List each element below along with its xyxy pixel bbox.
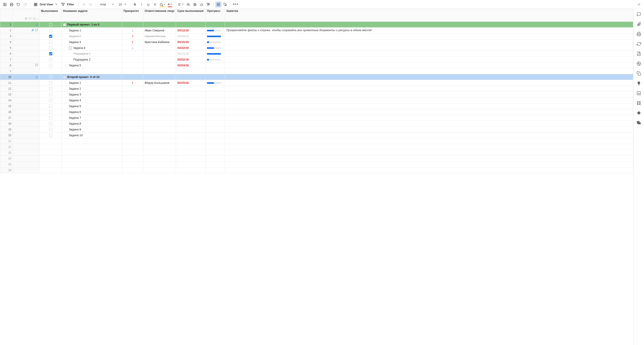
cell-priority[interactable] bbox=[122, 92, 143, 97]
row-number[interactable]: 1 bbox=[0, 22, 13, 27]
cell-progress[interactable] bbox=[206, 92, 225, 97]
row-indicators[interactable] bbox=[13, 109, 40, 115]
row-indicators[interactable] bbox=[13, 115, 40, 121]
row-number[interactable]: 18 bbox=[0, 121, 13, 127]
cell-responsible[interactable] bbox=[143, 121, 176, 127]
table-row[interactable]: 12Задача 2 bbox=[0, 86, 633, 92]
cell-notes[interactable] bbox=[225, 138, 633, 144]
row-indicators[interactable] bbox=[13, 62, 40, 68]
cell-priority[interactable] bbox=[122, 62, 143, 68]
cell-due[interactable] bbox=[176, 138, 206, 144]
cell-responsible[interactable] bbox=[143, 51, 176, 57]
table-row[interactable]: 19Задача 9 bbox=[0, 127, 633, 132]
cell-progress[interactable] bbox=[206, 121, 225, 127]
cell-name[interactable]: Задача 3 bbox=[62, 92, 122, 97]
checkbox[interactable] bbox=[49, 52, 52, 55]
cell-done[interactable] bbox=[40, 150, 62, 156]
cell-responsible[interactable] bbox=[143, 45, 176, 51]
cell-due[interactable] bbox=[176, 22, 206, 27]
cell-due[interactable] bbox=[176, 156, 206, 162]
cell-responsible[interactable] bbox=[143, 103, 176, 109]
cell-name[interactable] bbox=[62, 68, 122, 74]
checkbox[interactable] bbox=[49, 81, 52, 84]
cell-priority[interactable]: ! bbox=[122, 39, 143, 45]
cell-notes[interactable] bbox=[225, 167, 633, 173]
collapse-toggle[interactable]: − bbox=[63, 76, 66, 79]
table-row[interactable]: 26 bbox=[0, 167, 633, 173]
table-row[interactable]: 11Задача 1!Фёдор Большаков03/15/18 bbox=[0, 80, 633, 86]
cell-done[interactable] bbox=[40, 68, 62, 74]
row-number[interactable]: 7 bbox=[0, 57, 13, 62]
cell-priority[interactable] bbox=[122, 51, 143, 57]
row-indicators[interactable] bbox=[13, 97, 40, 103]
cell-responsible[interactable]: Иван Смирнов bbox=[143, 27, 176, 33]
cell-progress[interactable] bbox=[206, 68, 225, 74]
cell-priority[interactable]: ↓ bbox=[122, 45, 143, 51]
cell-progress[interactable] bbox=[206, 132, 225, 138]
table-row[interactable]: 5−Задача 4↓03/22/18 bbox=[0, 45, 633, 51]
header-due[interactable]: Срок выполнения bbox=[176, 9, 206, 22]
print-panel-icon[interactable] bbox=[636, 32, 641, 36]
cell-name[interactable]: Подзадача 1 bbox=[62, 51, 122, 57]
cell-responsible[interactable] bbox=[143, 144, 176, 150]
diamond-panel-icon[interactable] bbox=[636, 111, 641, 115]
cell-notes[interactable] bbox=[225, 33, 633, 39]
cell-notes[interactable] bbox=[225, 80, 633, 86]
chart-panel-icon[interactable] bbox=[636, 91, 641, 95]
cell-responsible[interactable] bbox=[143, 86, 176, 92]
table-row[interactable]: 18Задача 8 bbox=[0, 121, 633, 127]
cell-name[interactable]: Задача 2 bbox=[62, 86, 122, 92]
checkbox[interactable] bbox=[49, 64, 52, 67]
checkbox[interactable] bbox=[49, 110, 52, 114]
cell-due[interactable] bbox=[176, 162, 206, 167]
cell-progress[interactable] bbox=[206, 80, 225, 86]
cell-priority[interactable] bbox=[122, 127, 143, 132]
cell-name[interactable]: Задача 5 bbox=[62, 62, 122, 68]
cell-done[interactable] bbox=[40, 51, 62, 57]
cell-priority[interactable] bbox=[122, 115, 143, 121]
font-size-selector[interactable]: 10 bbox=[116, 1, 128, 7]
row-indicators[interactable] bbox=[13, 103, 40, 109]
row-indicators[interactable] bbox=[13, 57, 40, 62]
table-row[interactable]: 23 bbox=[0, 150, 633, 156]
clear-format-button[interactable] bbox=[198, 1, 205, 7]
cell-name[interactable]: Задача 4 bbox=[62, 97, 122, 103]
cell-responsible[interactable] bbox=[143, 57, 176, 62]
cell-responsible[interactable] bbox=[143, 62, 176, 68]
strikethrough-button[interactable]: S bbox=[152, 1, 158, 7]
header-notes[interactable]: Заметки bbox=[225, 9, 633, 22]
row-indicators[interactable] bbox=[13, 68, 40, 74]
outdent-button[interactable] bbox=[81, 1, 87, 7]
cell-priority[interactable] bbox=[122, 144, 143, 150]
format-painter-button[interactable] bbox=[205, 1, 212, 7]
table-row[interactable]: 20Задача 10 bbox=[0, 132, 633, 138]
table-row[interactable]: 15Задача 5 bbox=[0, 103, 633, 109]
table-row[interactable]: 7Подзадача 203/22/18 bbox=[0, 57, 633, 62]
cell-done[interactable] bbox=[40, 57, 62, 62]
cell-notes[interactable] bbox=[225, 57, 633, 62]
cell-priority[interactable] bbox=[122, 121, 143, 127]
cell-due[interactable] bbox=[176, 115, 206, 121]
cell-due[interactable] bbox=[176, 144, 206, 150]
cell-due[interactable] bbox=[176, 132, 206, 138]
cell-responsible[interactable] bbox=[143, 138, 176, 144]
cell-due[interactable]: 03/12/18 bbox=[176, 27, 206, 33]
cell-responsible[interactable] bbox=[143, 97, 176, 103]
checkbox[interactable] bbox=[49, 75, 52, 79]
cell-priority[interactable] bbox=[122, 97, 143, 103]
table-row[interactable]: 10−Второй проект: 0 of 10 bbox=[0, 74, 633, 80]
filter-button[interactable]: Filter bbox=[60, 1, 77, 7]
cell-name[interactable] bbox=[62, 150, 122, 156]
cell-done[interactable] bbox=[40, 144, 62, 150]
cell-due[interactable] bbox=[176, 167, 206, 173]
cell-priority[interactable] bbox=[122, 138, 143, 144]
cell-responsible[interactable]: Кристина Бабкина bbox=[143, 39, 176, 45]
cell-progress[interactable] bbox=[206, 103, 225, 109]
cell-done[interactable] bbox=[40, 74, 62, 80]
more-button[interactable]: ••• bbox=[232, 1, 240, 7]
sheet[interactable]: i Выполнено Название задачи Приоритет От… bbox=[0, 9, 633, 345]
cell-due[interactable] bbox=[176, 109, 206, 115]
checkbox[interactable] bbox=[49, 23, 52, 26]
cell-done[interactable] bbox=[40, 121, 62, 127]
cell-done[interactable] bbox=[40, 109, 62, 115]
